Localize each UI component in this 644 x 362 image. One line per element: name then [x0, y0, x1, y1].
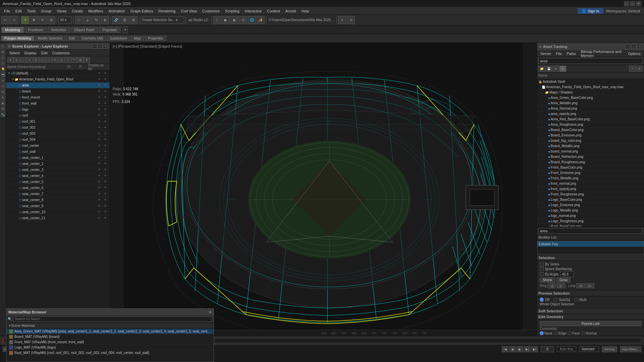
asset-item[interactable]: ■Board_Roughness.png: [537, 160, 644, 165]
layers-btn[interactable]: ≡: [338, 16, 346, 24]
scene-item[interactable]: ⬡seat_center_11👁👁: [6, 215, 110, 221]
scale-btn[interactable]: ⊞: [47, 16, 55, 24]
current-frame[interactable]: 0: [541, 346, 554, 352]
scene-item[interactable]: ▼≡0 (default)👁👁: [6, 70, 110, 76]
tab-selection[interactable]: Selection: [47, 27, 70, 33]
menu-civil-view[interactable]: Civil View: [178, 8, 199, 14]
unlink-btn[interactable]: ⛓: [121, 16, 129, 24]
menu-file[interactable]: File: [1, 8, 13, 14]
asset-item[interactable]: ■Area_Roughness.png: [537, 122, 644, 127]
tool-create[interactable]: +: [0, 55, 6, 60]
render-icon[interactable]: 👁: [102, 114, 108, 117]
se-bones[interactable]: ⊠: [77, 57, 84, 63]
asset-item[interactable]: ■Logo_Roughness.png: [537, 219, 644, 224]
visibility-icon[interactable]: 👁: [96, 210, 102, 214]
render-icon[interactable]: 👁: [102, 72, 108, 75]
scene-item[interactable]: ⬡seat_center_1👁👁: [6, 155, 110, 161]
tab-modeling[interactable]: Modeling: [1, 27, 24, 33]
se-cameras[interactable]: ⊙: [58, 57, 64, 63]
scene-item[interactable]: ⬡front_mount👁👁: [6, 95, 110, 101]
link-btn[interactable]: 🔗: [112, 16, 120, 24]
by-vertex-checkbox[interactable]: [540, 262, 544, 266]
play-btn[interactable]: ▶: [517, 346, 523, 352]
tool-cameras[interactable]: 📷: [0, 72, 6, 77]
redo-btn[interactable]: ↪: [10, 16, 18, 24]
menu-create[interactable]: Create: [69, 8, 86, 14]
visibility-icon[interactable]: 👁: [96, 72, 102, 75]
menu-arnold[interactable]: Arnold: [283, 8, 299, 14]
edge-radio[interactable]: [554, 331, 558, 335]
tool-helpers[interactable]: ✦: [0, 78, 6, 83]
scene-item[interactable]: ⬡roof👁👁: [6, 113, 110, 119]
visibility-icon[interactable]: 👁: [96, 144, 102, 147]
visibility-icon[interactable]: 👁: [96, 192, 102, 195]
menu-tools[interactable]: Tools: [24, 8, 39, 14]
panel-minimize[interactable]: ─: [92, 44, 97, 49]
visibility-icon[interactable]: 👁: [96, 84, 102, 87]
menu-help[interactable]: Help: [299, 8, 312, 14]
asset-item[interactable]: ■Front_Metallic.png: [537, 176, 644, 181]
loop-minus[interactable]: ◁: [576, 283, 585, 288]
mat-item[interactable]: Logo_MAT (VRayMtl) {logo}: [6, 345, 214, 350]
render-icon[interactable]: 👁: [102, 210, 108, 214]
scene-item[interactable]: ⬡seat_center_4👁👁: [6, 173, 110, 179]
close-btn[interactable]: ✕: [636, 1, 641, 6]
tab-freeform[interactable]: Freeform: [24, 27, 47, 33]
menu-animation[interactable]: Animation: [106, 8, 128, 14]
loop-plus[interactable]: ▷: [586, 283, 594, 288]
se-invert[interactable]: ⊘: [14, 57, 20, 63]
visibility-icon[interactable]: 👁: [96, 120, 102, 123]
se-hierarchy[interactable]: ⇅: [33, 57, 39, 63]
asset-item[interactable]: ■Area_Normal.png: [537, 106, 644, 111]
workspace-selector[interactable]: Workspaces: Default: [603, 8, 643, 14]
asset-item[interactable]: ■board_fog_color.png: [537, 138, 644, 143]
maximize-btn[interactable]: □: [630, 1, 635, 6]
visibility-icon[interactable]: 👁: [96, 132, 102, 135]
move-btn[interactable]: ✥: [30, 16, 38, 24]
asset-item[interactable]: 📄American_Family_Field_Open_Roof_max_vra…: [537, 84, 644, 90]
tab-object-paint[interactable]: Object Paint: [71, 27, 98, 33]
reference-dropdown[interactable]: All ▾: [58, 16, 72, 24]
se-spacewarps[interactable]: 〜: [71, 57, 77, 63]
by-angle-checkbox[interactable]: [540, 272, 544, 276]
scene-item[interactable]: ⬡roof_001👁👁: [6, 119, 110, 125]
modifier-search-input[interactable]: [538, 228, 643, 234]
render-icon[interactable]: 👁: [102, 144, 108, 147]
preview-selection-header[interactable]: Preview Selection: [537, 291, 644, 296]
tool-select[interactable]: ↖: [0, 44, 6, 49]
at-menu-file[interactable]: File: [554, 51, 564, 56]
undo-btn[interactable]: ↩: [1, 16, 9, 24]
poly-tab-modify-selection[interactable]: Modify Selection: [35, 36, 65, 41]
panel-restore[interactable]: □: [98, 44, 102, 49]
at-menu-paths[interactable]: Paths: [565, 51, 578, 56]
visibility-icon[interactable]: 👁: [96, 138, 102, 141]
visibility-icon[interactable]: 👁: [96, 156, 102, 159]
menu-content[interactable]: Content: [264, 8, 283, 14]
scene-item[interactable]: ⬡area👁👁: [6, 82, 110, 88]
next-frame-btn[interactable]: ▶|: [524, 346, 531, 352]
at-help-btn[interactable]: ?: [629, 66, 636, 72]
se-helpers[interactable]: +: [65, 57, 71, 63]
se-none[interactable]: □: [20, 57, 26, 63]
mat-item[interactable]: Roof_MAT (VRayMtl) {roof, roof_001, roof…: [6, 350, 214, 356]
scene-item[interactable]: ⬡roof_003👁👁: [6, 131, 110, 137]
menu-scripting[interactable]: Scripting: [222, 8, 242, 14]
goto-end-btn[interactable]: ▶|: [531, 346, 538, 352]
poly-tab-edit[interactable]: Edit: [66, 36, 78, 41]
key-filters-btn[interactable]: Key Filters...: [620, 346, 641, 352]
asset-item[interactable]: ■Front_Roughness.png: [537, 192, 644, 197]
poly-tab-subdivision[interactable]: Subdivision: [107, 36, 130, 41]
item-expand-btn[interactable]: ▼: [7, 72, 11, 75]
render-icon[interactable]: 👁: [102, 96, 108, 99]
render-btn[interactable]: ▶: [222, 16, 230, 24]
tool-move[interactable]: ✥: [0, 49, 6, 55]
prev-frame-btn[interactable]: ◀: [509, 346, 516, 352]
visibility-icon[interactable]: 👁: [96, 78, 102, 81]
render-frame[interactable]: ⊡: [239, 16, 247, 24]
snap-angle[interactable]: ∠: [84, 16, 92, 24]
menu-rendering[interactable]: Rendering: [156, 8, 178, 14]
off-radio[interactable]: [540, 298, 544, 302]
asset-item[interactable]: ■Logo_BaseColor.png: [537, 197, 644, 202]
scene-item[interactable]: ⬡seat_center_10👁👁: [6, 209, 110, 215]
at-menu-server[interactable]: Server: [538, 51, 553, 56]
